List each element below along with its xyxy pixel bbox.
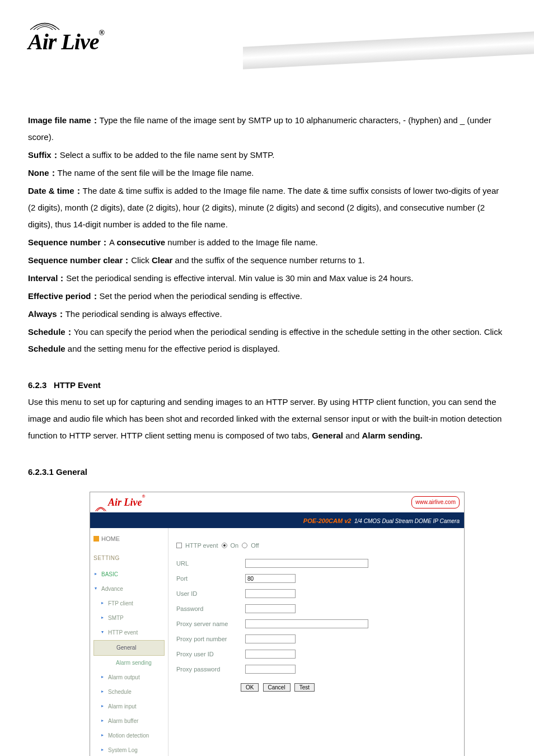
- shot-subheader: POE-200CAM v2 1/4 CMOS Dual Stream DOME …: [90, 514, 464, 528]
- button-row: OK Cancel Test: [176, 681, 456, 693]
- cancel-button[interactable]: Cancel: [263, 683, 291, 692]
- http-event-toggle-row: HTTP event On Off: [176, 539, 456, 552]
- logo-arcs-icon: [95, 505, 107, 512]
- sidebar-item-alarm-output[interactable]: Alarm output: [93, 670, 165, 685]
- userid-input[interactable]: [245, 589, 296, 598]
- radio-on-label: On: [231, 539, 239, 552]
- sidebar-item-alarm-sending[interactable]: Alarm sending: [93, 656, 165, 670]
- radio-off-label: Off: [251, 539, 259, 552]
- def-seq-clear: Sequence number clear：Click Clear and th…: [28, 252, 506, 269]
- home-icon: [93, 536, 99, 542]
- def-seq-num: Sequence number：A consecutive number is …: [28, 234, 506, 251]
- def-none: None：The name of the sent file will be t…: [28, 165, 506, 181]
- label-proxy-server: Proxy server name: [176, 618, 241, 630]
- sidebar-item-general[interactable]: General: [93, 640, 165, 656]
- label-proxy-pass: Proxy password: [176, 663, 241, 675]
- brand-logo: Air Live®: [28, 29, 506, 55]
- test-button[interactable]: Test: [294, 683, 315, 692]
- shot-site-link[interactable]: www.airlive.com: [411, 496, 460, 508]
- sidebar-item-ftp[interactable]: FTP client: [93, 596, 165, 611]
- sidebar: HOME SETTING BASIC Advance FTP client SM…: [90, 528, 168, 756]
- def-interval: Interval：Set the periodical sending is e…: [28, 270, 506, 287]
- radio-off[interactable]: [242, 543, 247, 548]
- def-suffix: Suffix：Select a suffix to be added to th…: [28, 147, 506, 164]
- sidebar-item-motion-detection[interactable]: Motion detection: [93, 729, 165, 743]
- sidebar-item-alarm-input[interactable]: Alarm input: [93, 699, 165, 714]
- def-always: Always：The periodical sending is always …: [28, 306, 506, 323]
- registered-icon: ®: [99, 29, 104, 37]
- sidebar-item-http-event[interactable]: HTTP event: [93, 626, 165, 640]
- main-panel: HTTP event On Off URL Port User ID Passw…: [168, 528, 464, 756]
- label-password: Password: [176, 603, 241, 615]
- sidebar-item-advance[interactable]: Advance: [93, 582, 165, 596]
- label-url: URL: [176, 557, 241, 570]
- port-input[interactable]: [245, 574, 296, 583]
- def-date-time: Date & time：The date & time suffix is ad…: [28, 183, 506, 233]
- subsection-heading: 6.2.3.1 General: [28, 464, 506, 480]
- sidebar-item-schedule[interactable]: Schedule: [93, 685, 165, 699]
- def-image-file-name: Image file name：Type the file name of th…: [28, 112, 506, 146]
- ok-button[interactable]: OK: [241, 683, 259, 692]
- def-schedule: Schedule：You can specify the period when…: [28, 324, 506, 357]
- proxy-server-input[interactable]: [245, 619, 368, 628]
- label-proxy-port: Proxy port number: [176, 633, 241, 645]
- document-body: Image file name：Type the file name of th…: [28, 112, 506, 756]
- label-port: Port: [176, 572, 241, 585]
- label-proxy-user: Proxy user ID: [176, 648, 241, 660]
- sidebar-item-alarm-buffer[interactable]: Alarm buffer: [93, 714, 165, 729]
- proxy-pass-input[interactable]: [245, 665, 296, 674]
- section-heading: 6.2.3 HTTP Event: [28, 377, 506, 394]
- password-input[interactable]: [245, 604, 296, 613]
- label-userid: User ID: [176, 587, 241, 600]
- sidebar-item-system-log[interactable]: System Log: [93, 743, 165, 756]
- page-header: Air Live®: [28, 17, 506, 67]
- sidebar-item-basic[interactable]: BASIC: [93, 567, 165, 582]
- sidebar-heading: SETTING: [93, 553, 165, 564]
- def-effective-period: Effective period：Set the period when the…: [28, 288, 506, 305]
- sidebar-home[interactable]: HOME: [93, 533, 165, 545]
- proxy-port-input[interactable]: [245, 634, 296, 643]
- section-intro: Use this menu to set up for capturing an…: [28, 394, 506, 444]
- radio-on[interactable]: [222, 543, 227, 548]
- http-event-checkbox[interactable]: [176, 543, 182, 548]
- shot-brand: Air Live®: [108, 492, 145, 512]
- http-event-label: HTTP event: [185, 539, 218, 552]
- brand-text: Air Live: [28, 29, 99, 54]
- url-input[interactable]: [245, 559, 368, 568]
- config-screenshot: Air Live® www.airlive.com POE-200CAM v2 …: [90, 492, 465, 756]
- logo-arcs-icon: [28, 17, 506, 29]
- shot-header: Air Live® www.airlive.com: [90, 492, 464, 514]
- sidebar-item-smtp[interactable]: SMTP: [93, 611, 165, 626]
- proxy-user-input[interactable]: [245, 650, 296, 659]
